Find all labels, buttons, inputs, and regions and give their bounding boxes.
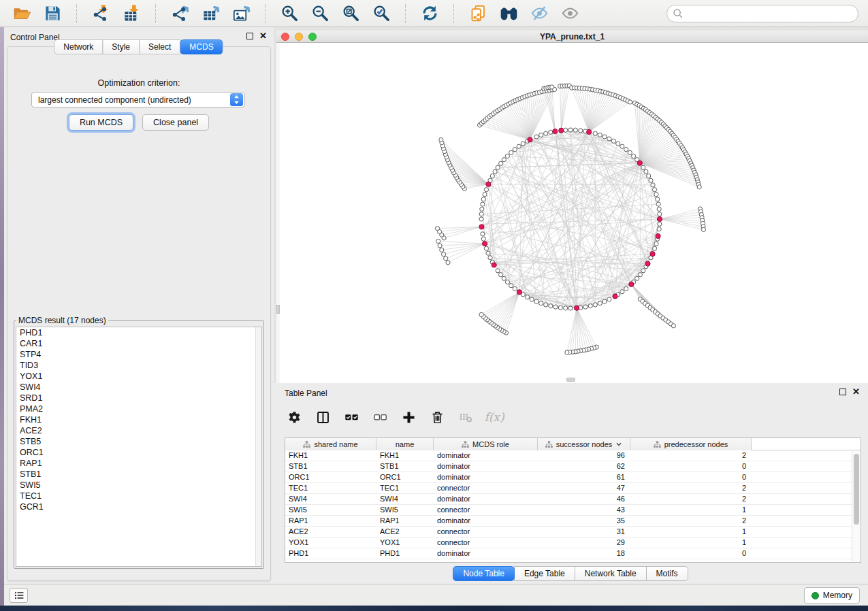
mcds-result-item[interactable]: SWI4	[16, 382, 261, 393]
mcds-result-item[interactable]: GCR1	[16, 501, 261, 512]
mcds-result-item[interactable]: PMA2	[16, 403, 261, 414]
table-row[interactable]: PHD1PHD1dominator180	[285, 548, 861, 559]
mcds-result-list: PHD1CAR1STP4TID3YOX1SWI4SRD1PMA2FKH1ACE2…	[16, 327, 262, 567]
zoom-selected-button[interactable]	[369, 3, 393, 24]
table-panel-title: Table Panel	[285, 389, 327, 398]
table-row[interactable]: STB1STB1dominator620	[285, 461, 861, 472]
close-window-button[interactable]	[281, 33, 289, 41]
tab-node-table[interactable]: Node Table	[453, 566, 515, 581]
zoom-out-button[interactable]	[308, 3, 332, 24]
tab-motifs[interactable]: Motifs	[646, 566, 688, 581]
first-neighbors-icon	[500, 4, 518, 22]
tab-network[interactable]: Network	[54, 39, 103, 54]
column-header-successor-nodes[interactable]: successor nodes	[538, 438, 630, 450]
memory-button[interactable]: Memory	[804, 587, 860, 604]
float-panel-icon[interactable]	[246, 33, 253, 39]
table-row[interactable]: ACE2ACE2connector311	[285, 527, 861, 538]
network-graph[interactable]	[276, 43, 868, 383]
mcds-result-item[interactable]: STB1	[16, 469, 261, 480]
zoom-window-button[interactable]	[308, 33, 317, 41]
delete-column-button[interactable]	[428, 408, 447, 427]
export-table-button[interactable]	[198, 3, 223, 24]
run-mcds-button[interactable]: Run MCDS	[69, 114, 133, 131]
mcds-list-scrollbar[interactable]	[255, 327, 261, 566]
tab-network-table[interactable]: Network Table	[575, 566, 647, 581]
mcds-result-item[interactable]: FKH1	[16, 414, 261, 425]
table-row[interactable]: RAP1RAP1dominator352	[285, 516, 861, 527]
mcds-result-item[interactable]: SWI5	[16, 480, 261, 491]
export-network-button[interactable]	[167, 3, 192, 24]
mcds-result-item[interactable]: STP4	[16, 349, 261, 360]
open-session-button[interactable]	[10, 3, 34, 24]
import-network-button[interactable]	[89, 3, 113, 24]
mcds-result-item[interactable]: PHD1	[16, 327, 261, 338]
save-session-button[interactable]	[40, 3, 65, 24]
toolbar-separator	[76, 4, 77, 23]
mcds-result-item[interactable]: RAP1	[16, 458, 261, 469]
zoom-fit-icon	[342, 4, 360, 22]
table-row[interactable]: FKH1FKH1dominator962	[285, 450, 861, 461]
optimization-criterion-select[interactable]: largest connected component (undirected)	[31, 92, 245, 108]
task-history-button[interactable]	[10, 588, 28, 603]
mcds-result-item[interactable]: TEC1	[16, 491, 261, 501]
table-row[interactable]: ORC1ORC1dominator610	[285, 472, 861, 483]
mcds-result-item[interactable]: ACE2	[16, 425, 261, 436]
tab-edge-table[interactable]: Edge Table	[514, 566, 575, 581]
table-delete-icon	[459, 410, 473, 425]
node-table: shared namenameMCDS rolesuccessor nodesp…	[285, 437, 861, 563]
table-row[interactable]: TEC1TEC1connector472	[285, 483, 861, 494]
close-panel-icon[interactable]: ✕	[259, 32, 267, 39]
tab-select[interactable]: Select	[139, 39, 180, 54]
table-cell: 46	[538, 494, 630, 504]
import-table-button[interactable]	[119, 3, 144, 24]
unselect-all-columns-button[interactable]	[370, 408, 389, 427]
table-vscroll-thumb[interactable]	[854, 454, 859, 525]
column-header-MCDS-role[interactable]: MCDS role	[434, 438, 538, 450]
table-row[interactable]: YOX1YOX1connector291	[285, 538, 861, 548]
table-options-button[interactable]	[285, 408, 304, 427]
mcds-result-item[interactable]: STB5	[16, 436, 261, 447]
network-hscroll-thumb[interactable]	[566, 378, 575, 382]
tab-mcds[interactable]: MCDS	[180, 39, 223, 54]
table-cell: FKH1	[285, 450, 376, 461]
tab-style[interactable]: Style	[102, 39, 140, 54]
mcds-result-item[interactable]: SRD1	[16, 393, 261, 403]
float-table-panel-icon[interactable]	[839, 389, 846, 395]
column-header-predecessor-nodes[interactable]: predecessor nodes	[630, 438, 752, 450]
search-input[interactable]	[666, 5, 858, 22]
column-header-name[interactable]: name	[376, 438, 434, 450]
mcds-result-item[interactable]: YOX1	[16, 371, 261, 382]
table-row[interactable]: SWI5SWI5connector431	[285, 505, 861, 516]
network-vscroll-thumb[interactable]	[276, 305, 280, 314]
show-column-button[interactable]	[313, 408, 332, 427]
export-image-icon	[232, 4, 251, 22]
table-header-row: shared namenameMCDS rolesuccessor nodesp…	[285, 438, 861, 450]
list-icon	[14, 590, 25, 601]
table-cell: dominator	[434, 494, 538, 504]
show-all-button[interactable]	[558, 3, 582, 24]
close-panel-button[interactable]: Close panel	[142, 114, 209, 131]
zoom-fit-button[interactable]	[338, 3, 363, 24]
export-image-button[interactable]	[229, 3, 253, 24]
table-vscroll-track[interactable]	[852, 451, 861, 562]
close-table-panel-icon[interactable]: ✕	[852, 388, 860, 395]
first-neighbors-button[interactable]	[496, 3, 521, 24]
table-cell: 43	[538, 505, 630, 515]
create-column-button[interactable]	[399, 408, 418, 427]
minimize-window-button[interactable]	[295, 33, 303, 41]
mcds-result-item[interactable]: TID3	[16, 360, 261, 371]
table-row[interactable]: SWI4SWI4dominator462	[285, 494, 861, 505]
network-canvas[interactable]	[276, 43, 868, 383]
hide-selected-button[interactable]	[527, 3, 551, 24]
select-all-columns-button[interactable]	[342, 408, 361, 427]
mcds-result-item[interactable]: CAR1	[16, 338, 261, 349]
refresh-button[interactable]	[417, 3, 442, 24]
mcds-result-items: PHD1CAR1STP4TID3YOX1SWI4SRD1PMA2FKH1ACE2…	[16, 327, 261, 512]
column-header-shared-name[interactable]: shared name	[285, 438, 376, 450]
mcds-result-item[interactable]: ORC1	[16, 447, 261, 458]
zoom-selected-icon	[372, 4, 391, 22]
clone-network-button[interactable]	[466, 3, 490, 24]
network-vscroll-track[interactable]	[276, 43, 280, 383]
network-view-titlebar[interactable]: YPA_prune.txt_1	[276, 31, 868, 43]
zoom-in-button[interactable]	[277, 3, 302, 24]
